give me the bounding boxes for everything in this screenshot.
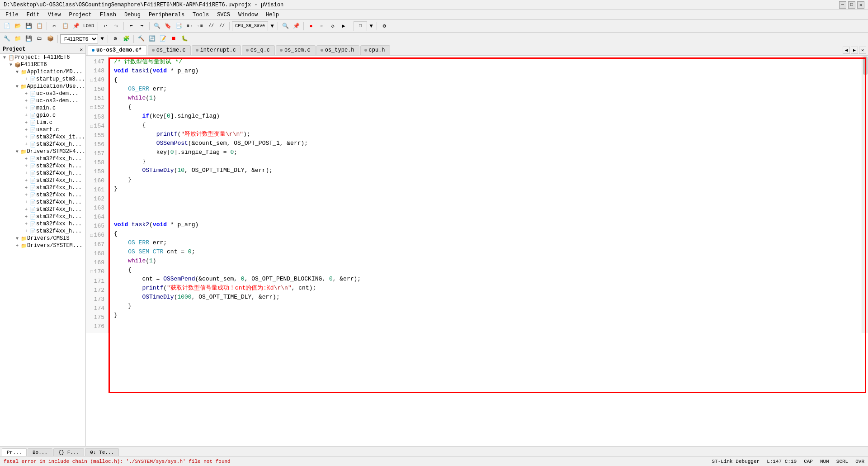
tb2-btn4[interactable]: 🗂: [34, 34, 44, 44]
close-button[interactable]: ✕: [857, 1, 864, 9]
stop-button[interactable]: ⏹: [169, 34, 179, 44]
minimize-button[interactable]: ─: [839, 1, 846, 9]
tree-drv-h8[interactable]: + 📄 stm32f4xx_h...: [0, 206, 85, 213]
tb2-btn2[interactable]: 📁: [13, 34, 23, 44]
tree-drv-h9[interactable]: + 📄 stm32f4xx_h...: [0, 213, 85, 220]
tab-interrupt[interactable]: interrupt.c: [192, 45, 241, 55]
view-btn[interactable]: □: [354, 21, 367, 31]
btab-books[interactable]: Bo...: [28, 448, 52, 456]
pin-button[interactable]: 📌: [291, 21, 301, 31]
bookmark2-button[interactable]: 📑: [174, 21, 184, 31]
save-button[interactable]: 💾: [24, 21, 33, 31]
unindent-button[interactable]: ←≡: [195, 21, 205, 31]
btab-templates[interactable]: 0↓ Te...: [85, 448, 119, 456]
tab-close-btn[interactable]: ✕: [859, 47, 866, 54]
dropdown2[interactable]: ▼: [368, 21, 374, 31]
sidebar-close-button[interactable]: ✕: [80, 47, 83, 52]
tb2-btn5[interactable]: 📦: [45, 34, 55, 44]
indent-button[interactable]: ≡→: [184, 21, 194, 31]
tree-usart[interactable]: + 📄 usart.c: [0, 126, 85, 133]
tree-drv-h4[interactable]: + 📄 stm32f4xx_h...: [0, 177, 85, 184]
tree-drv-h11[interactable]: + 📄 stm32f4xx_h...: [0, 228, 85, 235]
dropdown1[interactable]: ▼: [269, 21, 275, 31]
tab-os-sem[interactable]: os_sem.c: [276, 45, 316, 55]
menu-peripherals[interactable]: Peripherals: [145, 11, 188, 19]
menu-svcs[interactable]: SVCS: [213, 11, 234, 19]
menu-edit[interactable]: Edit: [23, 11, 43, 19]
paste-button[interactable]: 📌: [71, 21, 81, 31]
code-editor[interactable]: 147 148 149 150 151 152 153 154 155 156 …: [86, 56, 868, 446]
tree-drivers-cmsis[interactable]: ▼ 📁 Drivers/CMSIS: [0, 235, 85, 242]
translate-button[interactable]: 📝: [158, 34, 168, 44]
tree-drv-h7[interactable]: + 📄 stm32f4xx_h...: [0, 199, 85, 206]
tree-ucos2[interactable]: + 📄 uc-os3-dem...: [0, 97, 85, 105]
tree-app-md[interactable]: ▼ 📁 Application/MD...: [0, 68, 85, 76]
tab-scroll-right[interactable]: ▶: [851, 47, 858, 54]
tree-gpio[interactable]: + 📄 gpio.c: [0, 112, 85, 119]
tree-app-use[interactable]: ▼ 📁 Application/Use...: [0, 83, 85, 90]
uncol-button[interactable]: //: [217, 21, 227, 31]
open-button[interactable]: 📂: [13, 21, 23, 31]
save-all-button[interactable]: 📋: [34, 21, 44, 31]
menu-view[interactable]: View: [44, 11, 65, 19]
manage-components[interactable]: 🧩: [121, 34, 131, 44]
forward-button[interactable]: ➡: [137, 21, 147, 31]
col-button[interactable]: //: [206, 21, 216, 31]
new-file-button[interactable]: 📄: [2, 21, 12, 31]
tree-drv-h6[interactable]: + 📄 stm32f4xx_h...: [0, 191, 85, 199]
tree-drv-h5[interactable]: + 📄 stm32f4xx_h...: [0, 184, 85, 191]
code-lines-container[interactable]: /* 计数型信号量测试 */ void task1(void * p_arg) …: [108, 56, 862, 333]
tree-drivers-system[interactable]: + 📁 Drivers/SYSTEM...: [0, 242, 85, 249]
tab-scroll-left[interactable]: ◀: [843, 47, 850, 54]
circle-button[interactable]: ○: [317, 21, 327, 31]
target-options[interactable]: ⚙: [110, 34, 120, 44]
undo-button[interactable]: ↩: [100, 21, 110, 31]
tree-stm32-it[interactable]: + 📄 stm32f4xx_it...: [0, 133, 85, 141]
btab-project[interactable]: Pr...: [2, 448, 27, 456]
back-button[interactable]: ⬅: [126, 21, 136, 31]
tab-ucos3-demo[interactable]: uc-os3_demo.c*: [88, 45, 147, 56]
tab-os-q[interactable]: os_q.c: [242, 45, 275, 55]
tb2-btn3[interactable]: 💾: [24, 34, 33, 44]
tree-drv-h1[interactable]: + 📄 stm32f4xx_h...: [0, 155, 85, 162]
debug-start-button[interactable]: 🐛: [179, 34, 189, 44]
tab-os-time[interactable]: os_time.c: [148, 45, 191, 55]
tb2-btn1[interactable]: 🔧: [2, 34, 12, 44]
tree-drv-h3[interactable]: + 📄 stm32f4xx_h...: [0, 170, 85, 177]
settings-button[interactable]: ⚙: [379, 21, 389, 31]
tree-main[interactable]: + 📄 main.c: [0, 105, 85, 112]
load-button[interactable]: LOAD: [82, 21, 95, 31]
tree-drivers-stm32[interactable]: ▼ 📁 Drivers/STM32F4...: [0, 148, 85, 155]
tree-stm32-h1[interactable]: + 📄 stm32f4xx_h...: [0, 141, 85, 148]
tab-cpu-h[interactable]: cpu.h: [360, 45, 390, 55]
dropdown3[interactable]: ▼: [99, 34, 105, 44]
insight-button[interactable]: 🔍: [280, 21, 290, 31]
build-button[interactable]: 🔨: [136, 34, 146, 44]
cut-button[interactable]: ✂: [49, 21, 59, 31]
tree-ucos1[interactable]: + 📄 uc-os3-dem...: [0, 90, 85, 97]
menu-debug[interactable]: Debug: [121, 11, 144, 19]
find-button[interactable]: 🔍: [152, 21, 162, 31]
run-button[interactable]: ▶: [339, 21, 349, 31]
tree-project-root[interactable]: ▼ 📋 Project: F411RET6: [0, 54, 85, 61]
cpu-sr-save-btn[interactable]: CPU_SR_Save: [232, 21, 268, 31]
tree-startup[interactable]: + 📄 startup_stm3...: [0, 76, 85, 83]
redo-button[interactable]: ↪: [111, 21, 121, 31]
tree-tim[interactable]: + 📄 tim.c: [0, 119, 85, 126]
tree-drv-h2[interactable]: + 📄 stm32f4xx_h...: [0, 162, 85, 170]
device-dropdown[interactable]: F411RET6: [60, 34, 98, 43]
btab-functions[interactable]: {} F...: [53, 448, 84, 456]
tree-f411ret6[interactable]: ▼ 📦 F411RET6: [0, 61, 85, 68]
menu-help[interactable]: Help: [262, 11, 283, 19]
editor-scrollbar-thumb[interactable]: [863, 57, 868, 75]
clear-button[interactable]: ◇: [328, 21, 338, 31]
bookmark-button[interactable]: 🔖: [163, 21, 173, 31]
copy-button[interactable]: 📋: [60, 21, 70, 31]
menu-flash[interactable]: Flash: [96, 11, 120, 19]
menu-tools[interactable]: Tools: [189, 11, 212, 19]
menu-file[interactable]: File: [2, 11, 22, 19]
menu-project[interactable]: Project: [65, 11, 95, 19]
menu-window[interactable]: Window: [235, 11, 261, 19]
maximize-button[interactable]: □: [848, 1, 855, 9]
record-button[interactable]: ●: [306, 21, 316, 31]
